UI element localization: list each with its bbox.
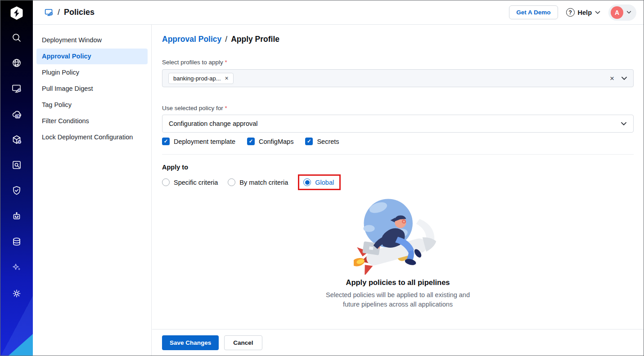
get-a-demo-button[interactable]: Get A Demo [509, 5, 558, 19]
main-content: Approval Policy / Apply Profile Select p… [152, 25, 644, 329]
radio-specific-criteria[interactable]: Specific criteria [162, 178, 218, 186]
nav-item-filter-conditions[interactable]: Filter Conditions [36, 113, 148, 129]
radio-global[interactable]: Global [303, 178, 334, 186]
checkbox-secrets[interactable]: ✓ Secrets [305, 138, 339, 145]
icon-sidebar [0, 0, 33, 356]
cancel-button[interactable]: Cancel [224, 335, 262, 350]
chevron-down-icon [595, 11, 600, 14]
empty-state-description: Selected policies will be applied to all… [162, 290, 634, 309]
sparkles-icon[interactable] [11, 262, 22, 273]
breadcrumb-separator: / [58, 8, 60, 17]
header-actions: Get A Demo ? Help A [509, 4, 636, 21]
global-empty-state: Apply policies to all pipelines Selected… [162, 192, 634, 309]
breadcrumb: / Policies [44, 8, 95, 17]
cloud-code-icon[interactable] [11, 109, 22, 120]
breadcrumb-separator: / [225, 35, 227, 44]
policy-select-value: Configuration change approval [169, 120, 258, 127]
profiles-multiselect[interactable]: banking-prod-ap... × × [162, 69, 634, 87]
chip-remove-icon[interactable]: × [225, 75, 229, 81]
help-label: Help [578, 9, 592, 16]
save-changes-button[interactable]: Save Changes [162, 335, 219, 350]
policies-monitor-icon [44, 8, 54, 17]
checkbox-checked-icon: ✓ [162, 138, 170, 145]
checkbox-deployment-template[interactable]: ✓ Deployment template [162, 138, 235, 145]
help-icon: ? [566, 8, 575, 17]
clear-all-icon[interactable]: × [610, 75, 614, 82]
radio-icon [228, 178, 235, 186]
form-breadcrumb: Approval Policy / Apply Profile [162, 35, 634, 44]
nav-item-pull-image-digest[interactable]: Pull Image Digest [36, 81, 148, 97]
apply-to-options: Specific criteria By match criteria Glob… [162, 174, 634, 190]
policy-type-checkboxes: ✓ Deployment template ✓ ConfigMaps ✓ Sec… [162, 138, 634, 145]
apply-to-label: Apply to [162, 164, 634, 171]
required-asterisk: * [225, 59, 227, 66]
package-gear-icon[interactable] [11, 134, 22, 145]
radio-selected-icon [303, 178, 311, 186]
page-title: Policies [64, 8, 95, 17]
checkbox-configmaps[interactable]: ✓ ConfigMaps [247, 138, 293, 145]
nav-item-tag-policy[interactable]: Tag Policy [36, 97, 148, 113]
search-icon[interactable] [11, 32, 22, 43]
user-menu[interactable]: A [608, 4, 636, 21]
section-divider [162, 154, 634, 155]
jobs-gear-icon[interactable] [11, 160, 22, 170]
top-header: / Policies Get A Demo ? Help A [33, 0, 644, 25]
chevron-down-icon [621, 122, 627, 126]
monitor-gear-icon[interactable] [11, 83, 22, 94]
nav-item-deployment-window[interactable]: Deployment Window [36, 32, 148, 48]
app-window: / Policies Get A Demo ? Help A Deploymen… [0, 0, 644, 356]
radio-icon [162, 178, 170, 186]
required-asterisk: * [225, 105, 227, 111]
bot-icon[interactable] [11, 211, 22, 222]
nav-item-approval-policy[interactable]: Approval Policy [36, 49, 148, 64]
policy-select[interactable]: Configuration change approval [162, 115, 634, 133]
gear-icon[interactable] [11, 288, 22, 299]
policies-nav: Deployment Window Approval Policy Plugin… [33, 25, 152, 356]
checkbox-checked-icon: ✓ [247, 138, 255, 145]
radio-by-match-criteria[interactable]: By match criteria [228, 178, 288, 186]
help-menu[interactable]: ? Help [566, 8, 600, 17]
nav-item-plugin-policy[interactable]: Plugin Policy [36, 65, 148, 80]
profile-chip: banking-prod-ap... × [168, 73, 234, 84]
annotation-highlight-box: Global [298, 174, 341, 190]
apply-profile-title: Apply Profile [231, 35, 279, 44]
multiselect-actions: × [610, 75, 627, 82]
form-footer: Save Changes Cancel [152, 329, 644, 356]
empty-state-title: Apply policies to all pipelines [162, 278, 634, 287]
nav-item-lock-deployment-configuration[interactable]: Lock Deployment Configuration [36, 129, 148, 145]
approval-policy-link[interactable]: Approval Policy [162, 35, 221, 44]
policy-field-label: Use selected policy for * [162, 105, 634, 111]
chevron-down-icon [626, 11, 631, 14]
chevron-down-icon[interactable] [621, 76, 627, 80]
profile-chip-label: banking-prod-ap... [173, 75, 221, 82]
rocket-illustration [354, 192, 442, 275]
database-icon[interactable] [11, 236, 22, 247]
checkbox-checked-icon: ✓ [305, 138, 313, 145]
avatar: A [611, 6, 623, 19]
shield-check-icon[interactable] [11, 185, 22, 196]
devtron-logo-icon[interactable] [9, 5, 24, 21]
globe-icon[interactable] [11, 58, 22, 68]
profiles-field-label: Select profiles to apply * [162, 59, 634, 66]
